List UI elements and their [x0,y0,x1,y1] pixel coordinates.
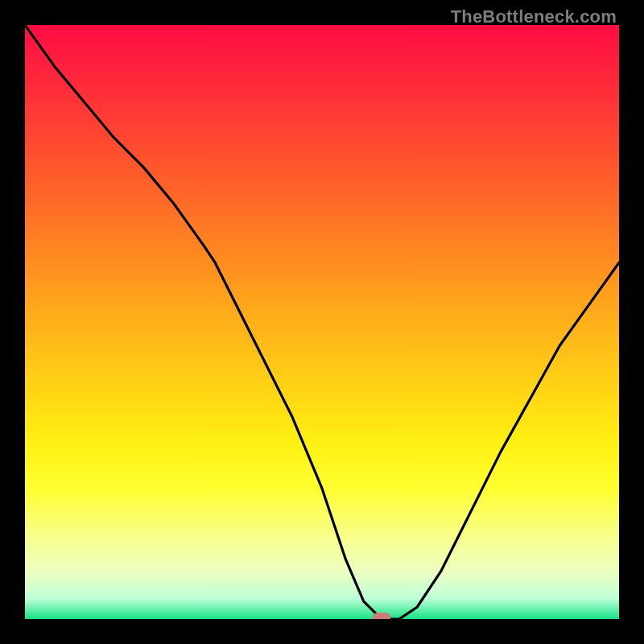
plot-area [25,25,619,619]
watermark-text: TheBottleneck.com [451,6,617,27]
chart-frame: TheBottleneck.com [0,0,644,644]
optimal-point-marker [373,613,390,619]
bottleneck-curve [25,25,619,619]
